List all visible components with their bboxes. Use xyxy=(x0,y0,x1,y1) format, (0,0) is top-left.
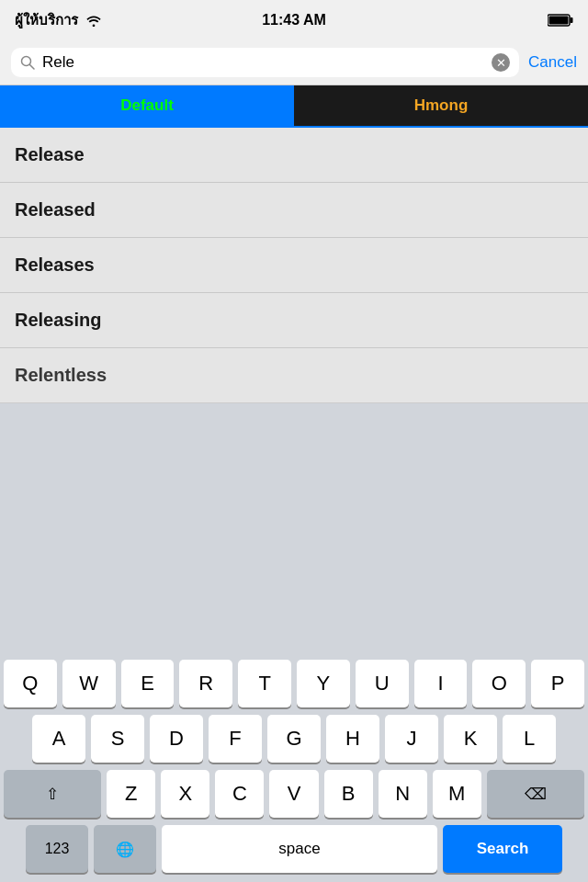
svg-rect-1 xyxy=(549,17,569,25)
status-time: 11:43 AM xyxy=(262,12,326,28)
list-item[interactable]: Release xyxy=(0,128,588,183)
key-p[interactable]: P xyxy=(531,660,584,707)
key-z[interactable]: Z xyxy=(107,770,155,818)
key-g[interactable]: G xyxy=(267,715,321,763)
list-item[interactable]: Releasing xyxy=(0,293,588,348)
key-w[interactable]: W xyxy=(62,660,116,707)
search-input-container: ✕ xyxy=(11,48,519,77)
keyboard-row-1: Q W E R T Y U I O P xyxy=(4,660,584,707)
key-d[interactable]: D xyxy=(150,715,203,763)
svg-line-4 xyxy=(30,65,35,70)
search-bar: ✕ Cancel xyxy=(0,40,588,85)
key-f[interactable]: F xyxy=(209,715,262,763)
segment-control: Default Hmong xyxy=(0,85,588,128)
clear-button[interactable]: ✕ xyxy=(492,53,510,72)
key-m[interactable]: M xyxy=(433,770,481,818)
globe-key[interactable]: 🌐 xyxy=(94,825,156,873)
space-key[interactable]: space xyxy=(162,825,437,873)
key-l[interactable]: L xyxy=(503,715,556,763)
list-item[interactable]: Released xyxy=(0,183,588,238)
segment-hmong[interactable]: Hmong xyxy=(294,85,588,126)
key-v[interactable]: V xyxy=(269,770,318,818)
keyboard-row-4: 123 🌐 space Search xyxy=(4,825,584,873)
key-n[interactable]: N xyxy=(379,770,427,818)
key-o[interactable]: O xyxy=(472,660,526,707)
key-s[interactable]: S xyxy=(91,715,144,763)
key-i[interactable]: I xyxy=(414,660,468,707)
keyboard-row-3: ⇧ Z X C V B N M ⌫ xyxy=(4,770,584,818)
battery-icon xyxy=(548,14,573,27)
key-y[interactable]: Y xyxy=(297,660,350,707)
keyboard: Q W E R T Y U I O P A S D F G H J K L ⇧ … xyxy=(0,652,588,882)
key-q[interactable]: Q xyxy=(4,660,57,707)
keyboard-row-2: A S D F G H J K L xyxy=(4,715,584,763)
list-item[interactable]: Relentless xyxy=(0,348,588,403)
results-list: Release Released Releases Releasing Rele… xyxy=(0,128,588,403)
key-h[interactable]: H xyxy=(326,715,379,763)
backspace-key[interactable]: ⌫ xyxy=(487,770,584,818)
numbers-key[interactable]: 123 xyxy=(26,825,88,873)
key-u[interactable]: U xyxy=(356,660,409,707)
wifi-icon xyxy=(85,14,102,27)
list-item[interactable]: Releases xyxy=(0,238,588,293)
search-icon xyxy=(20,55,35,70)
shift-key[interactable]: ⇧ xyxy=(4,770,101,818)
status-left: ผู้ให้บริการ xyxy=(15,9,102,31)
segment-default[interactable]: Default xyxy=(0,85,294,126)
status-right xyxy=(548,14,573,27)
key-x[interactable]: X xyxy=(161,770,209,818)
cancel-button[interactable]: Cancel xyxy=(528,53,577,72)
key-b[interactable]: B xyxy=(324,770,373,818)
carrier-label: ผู้ให้บริการ xyxy=(15,9,78,31)
svg-rect-2 xyxy=(571,17,573,23)
key-r[interactable]: R xyxy=(179,660,232,707)
key-c[interactable]: C xyxy=(215,770,264,818)
key-j[interactable]: J xyxy=(385,715,438,763)
key-a[interactable]: A xyxy=(32,715,85,763)
key-k[interactable]: K xyxy=(444,715,497,763)
status-bar: ผู้ให้บริการ 11:43 AM xyxy=(0,0,588,40)
key-t[interactable]: T xyxy=(238,660,291,707)
key-e[interactable]: E xyxy=(121,660,175,707)
search-key[interactable]: Search xyxy=(443,825,562,873)
search-input[interactable] xyxy=(42,53,484,72)
